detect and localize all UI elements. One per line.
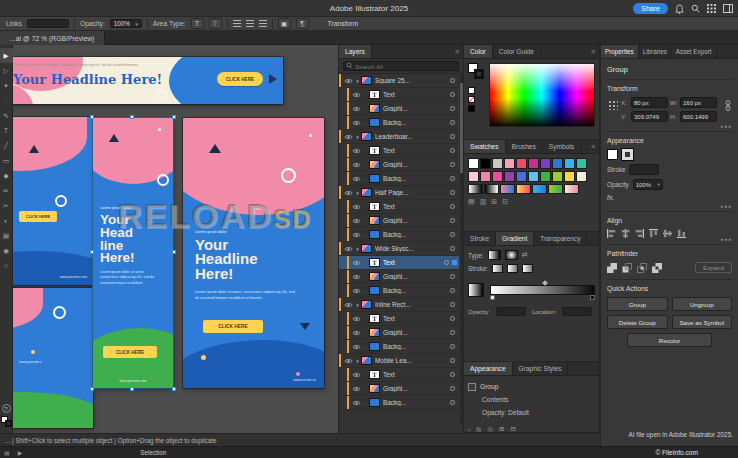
target-circle-icon[interactable]: [450, 176, 455, 181]
paintbrush-tool[interactable]: ◆: [0, 168, 13, 183]
color-swatch[interactable]: [504, 171, 515, 182]
layer-label[interactable]: Backg...: [383, 399, 448, 406]
layer-row[interactable]: Graphi...: [339, 382, 459, 396]
color-swatch[interactable]: [480, 158, 491, 169]
tab-graphic-styles[interactable]: Graphic Styles: [513, 362, 569, 375]
selection-handle[interactable]: [90, 250, 94, 254]
layer-label[interactable]: Backg...: [383, 231, 448, 238]
linear-gradient-button[interactable]: [488, 250, 501, 260]
tab-symbols[interactable]: Symbols: [543, 140, 581, 153]
gradient-opacity-input[interactable]: [496, 307, 526, 316]
recolor-button[interactable]: Recolor: [627, 333, 712, 347]
gradient-swatch[interactable]: [532, 184, 547, 194]
align-right-icon[interactable]: [635, 229, 644, 238]
visibility-eye-icon[interactable]: [343, 358, 354, 364]
color-swatch[interactable]: [504, 158, 515, 169]
layer-label[interactable]: Text: [383, 203, 448, 210]
layer-row[interactable]: Graphi...: [339, 326, 459, 340]
selection-handle[interactable]: [172, 250, 176, 254]
color-swatch[interactable]: [492, 171, 503, 182]
stroke-width-input[interactable]: [629, 164, 659, 175]
fx-icon[interactable]: fx.: [607, 194, 614, 201]
target-circle-icon[interactable]: [450, 218, 455, 223]
color-swatch[interactable]: [480, 171, 491, 182]
opacity-dropdown[interactable]: 100%▾: [110, 19, 142, 28]
tab-properties[interactable]: Properties: [601, 45, 639, 58]
rectangle-tool[interactable]: ▭: [0, 153, 13, 168]
visibility-eye-icon[interactable]: [351, 274, 362, 280]
gradient-preview-chip[interactable]: [468, 283, 484, 297]
visibility-eye-icon[interactable]: [351, 204, 362, 210]
bell-icon[interactable]: [675, 4, 684, 14]
stroke-swatch[interactable]: [474, 69, 484, 79]
duplicate-item-icon[interactable]: ⊞: [499, 425, 504, 433]
new-swatch-icon[interactable]: ⊞: [491, 198, 497, 206]
align-paragraph-center-icon[interactable]: [246, 20, 254, 27]
color-swatch[interactable]: [564, 158, 575, 169]
intersect-icon[interactable]: [637, 263, 647, 273]
tab-asset-export[interactable]: Asset Export: [672, 45, 717, 58]
tab-transparency[interactable]: Transparency: [534, 232, 587, 245]
tab-color-guide[interactable]: Color Guide: [493, 45, 541, 58]
artboard-partial-left-bottom[interactable]: www.yoursite.c: [13, 288, 93, 428]
gradient-swatch[interactable]: [468, 184, 483, 194]
selection-handle[interactable]: [90, 115, 94, 119]
workspace-icon[interactable]: [723, 4, 733, 13]
reverse-gradient-icon[interactable]: ⇄: [522, 251, 528, 259]
layers-search-input[interactable]: [343, 61, 459, 71]
group-button[interactable]: Group: [607, 297, 668, 311]
color-swatch[interactable]: [576, 171, 587, 182]
color-swatch[interactable]: [468, 158, 479, 169]
link-dimensions-icon[interactable]: [724, 100, 732, 113]
appearance-row-opacity[interactable]: Opacity: Default: [468, 406, 595, 419]
layer-row[interactable]: ▾Wide Skysc...: [339, 242, 459, 256]
selection-handle[interactable]: [130, 115, 134, 119]
visibility-eye-icon[interactable]: [351, 148, 362, 154]
color-swatch[interactable]: [540, 158, 551, 169]
appearance-row-contents[interactable]: Contents: [468, 393, 595, 406]
h-input[interactable]: 600.1499: [680, 111, 717, 122]
gradient-swatch[interactable]: [564, 184, 579, 194]
layer-row[interactable]: ▾Half Page...: [339, 186, 459, 200]
layer-row[interactable]: ▾Leaderboar...: [339, 130, 459, 144]
layer-row[interactable]: ▾Square 25...: [339, 74, 459, 88]
stroke-gradient-across-icon[interactable]: [522, 264, 533, 273]
color-swatch[interactable]: [492, 158, 503, 169]
fx-icon[interactable]: fx: [476, 426, 481, 433]
reference-point-selector[interactable]: [607, 99, 618, 110]
target-circle-icon[interactable]: [450, 162, 455, 167]
layer-row[interactable]: Backg...: [339, 172, 459, 186]
layer-row[interactable]: Backg...: [339, 340, 459, 354]
x-input[interactable]: 80 px: [631, 97, 668, 108]
selection-tool[interactable]: ▶: [0, 48, 13, 63]
target-circle-icon[interactable]: [450, 330, 455, 335]
color-swatch[interactable]: [528, 158, 539, 169]
target-circle-icon[interactable]: [450, 344, 455, 349]
layer-row[interactable]: ▾Mobile Lea...: [339, 354, 459, 368]
gradient-swatch[interactable]: [500, 184, 515, 194]
layer-label[interactable]: Leaderboar...: [375, 133, 448, 140]
fill-stroke-mini[interactable]: [1, 416, 12, 427]
target-circle-icon[interactable]: [450, 92, 455, 97]
layer-row[interactable]: TText: [339, 88, 459, 102]
layer-row[interactable]: ▾Inline Rect...: [339, 298, 459, 312]
stroke-swatch[interactable]: [622, 149, 633, 160]
color-spectrum[interactable]: [489, 63, 595, 127]
color-swatch[interactable]: [576, 158, 587, 169]
visibility-eye-icon[interactable]: [351, 232, 362, 238]
target-circle-icon[interactable]: [450, 358, 455, 363]
align-paragraph-right-icon[interactable]: [259, 20, 267, 27]
layer-label[interactable]: Backg...: [383, 287, 448, 294]
target-circle-icon[interactable]: [450, 134, 455, 139]
more-options-icon[interactable]: ●●●: [720, 236, 732, 242]
delete-swatch-icon[interactable]: ⊟: [502, 198, 508, 206]
layer-label[interactable]: Graphi...: [383, 329, 448, 336]
align-left-icon[interactable]: [607, 229, 616, 238]
layer-label[interactable]: Text: [383, 315, 448, 322]
align-bottom-icon[interactable]: [677, 229, 686, 238]
gradient-tool[interactable]: ▤: [0, 228, 13, 243]
visibility-eye-icon[interactable]: [343, 78, 354, 84]
tab-layers[interactable]: Layers: [339, 45, 372, 58]
unite-icon[interactable]: [607, 263, 617, 273]
layers-panel-menu-icon[interactable]: ≡: [451, 45, 463, 58]
